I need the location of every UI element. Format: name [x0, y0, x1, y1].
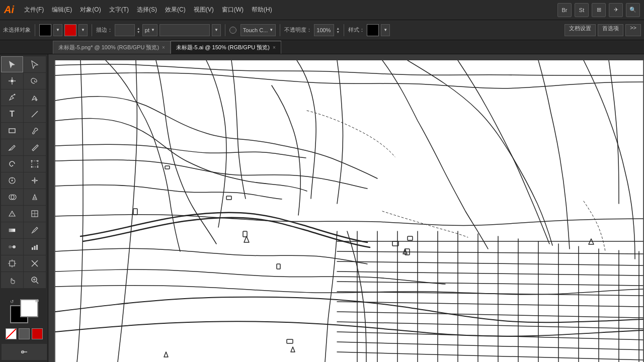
svg-line-38 — [36, 282, 38, 284]
magic-wand-tool[interactable] — [1, 73, 23, 89]
mesh-tool[interactable] — [24, 206, 46, 222]
none-swatch[interactable] — [6, 328, 17, 339]
stock-button[interactable]: St — [575, 3, 589, 17]
doc-settings-button[interactable]: 文档设置 — [565, 24, 596, 36]
touch-arrow: ▼ — [269, 28, 273, 32]
pencil-tool[interactable] — [1, 139, 23, 155]
tab-ai[interactable]: 未标题-5.ai @ 150% (RGB/GPU 预览) × — [171, 41, 281, 54]
separator-1 — [35, 24, 35, 36]
stroke-input[interactable] — [115, 24, 135, 36]
tab-png-close[interactable]: × — [162, 45, 165, 50]
color-wells: ↺ ⇄ — [10, 299, 38, 325]
zoom-tool[interactable] — [24, 272, 46, 288]
gradient-tool[interactable] — [1, 222, 23, 238]
direct-selection-tool[interactable] — [24, 56, 46, 72]
slice-tool[interactable] — [24, 255, 46, 272]
tab-ai-close[interactable]: × — [273, 45, 276, 50]
style-dropdown[interactable]: ▼ — [381, 24, 390, 36]
stroke-label: 描边： — [96, 26, 113, 34]
svg-rect-43 — [48, 60, 54, 362]
svg-point-4 — [11, 79, 14, 82]
search-button[interactable]: 🔍 — [626, 3, 640, 17]
width-tool[interactable] — [24, 172, 46, 189]
eyedropper-tool[interactable] — [24, 222, 46, 238]
menu-type[interactable]: 文字(T) — [105, 4, 133, 16]
map-canvas — [54, 60, 644, 362]
fill-dropdown[interactable]: ▼ — [53, 24, 62, 36]
extra-button[interactable]: >> — [625, 24, 641, 36]
style-label: 样式： — [348, 26, 365, 34]
opacity-input[interactable] — [314, 24, 334, 36]
share-button[interactable]: ✈ — [609, 3, 623, 17]
bridge-button[interactable]: Br — [557, 3, 572, 17]
svg-point-28 — [13, 245, 16, 248]
transform-tool[interactable] — [24, 156, 46, 172]
tool-row-7 — [1, 172, 47, 189]
blend-tool[interactable] — [1, 239, 23, 255]
chart-tool[interactable] — [24, 239, 46, 255]
preferences-button[interactable]: 首选项 — [598, 24, 623, 36]
stroke-swatch[interactable] — [64, 24, 76, 36]
style-swatch[interactable] — [367, 24, 379, 36]
pen-tool[interactable] — [1, 89, 23, 106]
color-swap-icon[interactable]: ⇄ — [35, 298, 39, 303]
bottom-swatches — [3, 328, 45, 339]
svg-point-12 — [37, 160, 39, 162]
tool-row-12 — [1, 255, 47, 272]
stroke-spinner[interactable]: ▲ ▼ — [137, 27, 140, 34]
perspective-tool[interactable] — [1, 206, 23, 222]
menu-bar: Ai 文件(F) 编辑(E) 对象(O) 文字(T) 选择(S) 效果(C) 视… — [0, 0, 644, 20]
fill-dropdown-arrow: ▼ — [56, 28, 60, 32]
menu-help[interactable]: 帮助(H) — [248, 4, 276, 16]
red-swatch[interactable] — [32, 328, 43, 339]
menu-object[interactable]: 对象(O) — [76, 4, 105, 16]
svg-rect-10 — [32, 161, 38, 167]
rect-tool[interactable] — [1, 123, 23, 139]
tool-row-4 — [1, 123, 47, 139]
menu-icons: Br St ⊞ ✈ 🔍 — [557, 3, 640, 17]
tool-row-8 — [1, 189, 47, 205]
opacity-spinner[interactable]: ▲ ▼ — [336, 27, 340, 34]
workspace-button[interactable]: ⊞ — [592, 3, 606, 17]
touch-dropdown[interactable]: Touch C... ▼ — [240, 24, 276, 36]
line-tool[interactable] — [24, 106, 46, 122]
add-anchor-tool[interactable] — [24, 89, 46, 106]
warp-tool[interactable] — [1, 172, 23, 189]
tab-png[interactable]: 未标题-5.png* @ 100% (RGB/GPU 预览) × — [53, 41, 171, 54]
menu-file[interactable]: 文件(F) — [20, 4, 48, 16]
stroke-dropdown[interactable]: ▼ — [78, 24, 88, 36]
menu-view[interactable]: 视图(V) — [190, 4, 218, 16]
type-tool[interactable]: T — [1, 106, 23, 122]
gray-swatch[interactable] — [19, 328, 30, 339]
color-reset-icon[interactable]: ↺ — [10, 299, 14, 304]
shape-builder-tool[interactable] — [1, 189, 23, 205]
svg-rect-30 — [34, 246, 36, 250]
menu-edit[interactable]: 编辑(E) — [48, 4, 76, 16]
canvas-area[interactable]: /* generated below */ — [48, 54, 644, 362]
toolbar-bar: 未选择对象 ▼ ▼ 描边： ▲ ▼ pt ▼ ▼ Touch C... ▼ 不透… — [0, 20, 644, 40]
menu-effect[interactable]: 效果(C) — [161, 4, 190, 16]
extra-tool[interactable] — [2, 344, 47, 360]
tool-row-11 — [1, 239, 47, 255]
tool-row-5 — [1, 139, 47, 155]
svg-rect-31 — [36, 245, 38, 250]
eraser-tool[interactable] — [24, 139, 46, 155]
stroke-style-dropdown[interactable]: ▼ — [212, 24, 221, 36]
live-paint-tool[interactable] — [24, 189, 46, 205]
menu-select[interactable]: 选择(S) — [133, 4, 161, 16]
menu-window[interactable]: 窗口(W) — [218, 4, 248, 16]
opacity-label: 不透明度： — [284, 26, 312, 34]
stroke-style-arrow: ▼ — [214, 28, 218, 32]
fill-swatch[interactable] — [39, 24, 51, 36]
svg-point-5 — [14, 94, 16, 96]
brush-tool[interactable] — [24, 123, 46, 139]
rotate-tool[interactable] — [1, 156, 23, 172]
svg-line-8 — [32, 111, 38, 117]
svg-rect-29 — [32, 247, 33, 250]
stroke-unit-dropdown[interactable]: pt ▼ — [142, 24, 157, 36]
lasso-tool[interactable] — [24, 73, 46, 89]
stroke-options-input[interactable] — [159, 24, 210, 36]
selection-tool[interactable] — [1, 56, 23, 72]
hand-tool[interactable] — [1, 272, 23, 288]
artboard-tool[interactable] — [1, 255, 23, 272]
